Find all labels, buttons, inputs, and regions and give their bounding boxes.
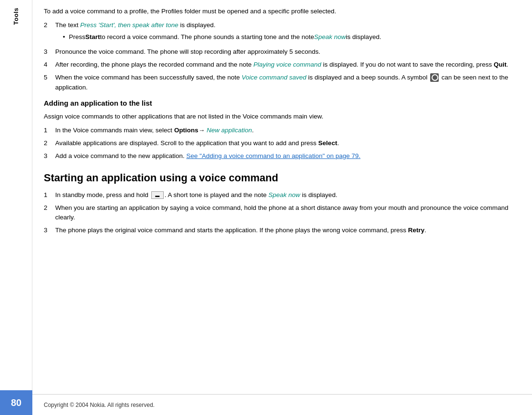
sidebar-tools-label: Tools <box>12 8 20 25</box>
step-3: 3 Pronounce the voice command. The phone… <box>44 47 519 57</box>
step-5: 5 When the voice command has been succes… <box>44 73 519 93</box>
section2-steps: 1 In the Voice commands main view, selec… <box>44 126 519 161</box>
s2-step-3: 3 Add a voice command to the new applica… <box>44 151 519 161</box>
s2-step-3-content: Add a voice command to the new applicati… <box>55 151 519 161</box>
main-content: To add a voice command to a profile, the… <box>32 0 532 415</box>
s3-step-3: 3 The phone plays the original voice com… <box>44 226 519 236</box>
s2-step-1-num: 1 <box>44 126 55 136</box>
step-2: 2 The text Press 'Start', then speak aft… <box>44 20 519 44</box>
step-5-content: When the voice command has been successf… <box>55 73 519 93</box>
content-wrapper: To add a voice command to a profile, the… <box>44 7 519 267</box>
footer: Copyright © 2004 Nokia. All rights reser… <box>32 394 532 415</box>
s2-step-2: 2 Available applications are displayed. … <box>44 138 519 148</box>
s2-step-2-num: 2 <box>44 138 55 148</box>
s3-step-1-num: 1 <box>44 190 55 200</box>
s2-step-2-content: Available applications are displayed. Sc… <box>55 138 519 148</box>
s2-step-1-content: In the Voice commands main view, select … <box>55 126 519 136</box>
s3-step-1: 1 In standby mode, press and hold ▬. A s… <box>44 190 519 200</box>
sidebar: Tools 80 <box>0 0 32 415</box>
steps-list: 2 The text Press 'Start', then speak aft… <box>44 20 519 93</box>
s3-step-2-content: When you are starting an application by … <box>55 203 519 223</box>
intro-paragraph: To add a voice command to a profile, the… <box>44 7 519 17</box>
step-5-num: 5 <box>44 73 55 93</box>
s3-step-3-num: 3 <box>44 226 55 236</box>
page-number: 80 <box>0 390 32 415</box>
s2-step-1: 1 In the Voice commands main view, selec… <box>44 126 519 136</box>
step-4-num: 4 <box>44 60 55 70</box>
s2-step-3-num: 3 <box>44 151 55 161</box>
step-2-content: The text Press 'Start', then speak after… <box>55 20 519 44</box>
section3-steps: 1 In standby mode, press and hold ▬. A s… <box>44 190 519 236</box>
step-2-bullets: Press Start to record a voice command. T… <box>63 32 519 42</box>
s3-step-3-content: The phone plays the original voice comma… <box>55 226 519 236</box>
copyright-text: Copyright © 2004 Nokia. All rights reser… <box>44 402 155 408</box>
s3-step-1-content: In standby mode, press and hold ▬. A sho… <box>55 190 519 200</box>
hold-button-icon: ▬ <box>151 191 164 199</box>
step-3-content: Pronounce the voice command. The phone w… <box>55 47 519 57</box>
step-4: 4 After recording, the phone plays the r… <box>44 60 519 70</box>
step-3-num: 3 <box>44 47 55 57</box>
s3-step-2: 2 When you are starting an application b… <box>44 203 519 223</box>
step-2-bullet: Press Start to record a voice command. T… <box>63 32 519 42</box>
s3-step-2-num: 2 <box>44 203 55 223</box>
section3-title: Starting an application using a voice co… <box>44 170 519 186</box>
step-4-content: After recording, the phone plays the rec… <box>55 60 519 70</box>
section2-intro: Assign voice commands to other applicati… <box>44 112 519 122</box>
voice-symbol-icon <box>430 73 439 82</box>
page-79-link[interactable]: See "Adding a voice command to an applic… <box>186 152 360 159</box>
step-2-num: 2 <box>44 20 55 44</box>
section2-title: Adding an application to the list <box>44 98 519 109</box>
